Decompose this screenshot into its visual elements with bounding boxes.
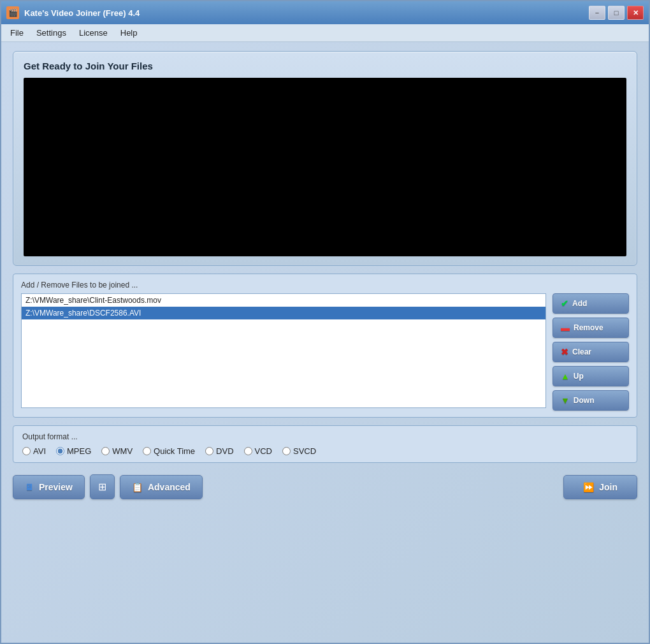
join-button[interactable]: ⏩ Join (563, 475, 637, 499)
menu-file[interactable]: File (4, 26, 30, 40)
preview-small-button[interactable]: ⊞ (90, 474, 115, 499)
maximize-button[interactable]: □ (608, 6, 625, 20)
page-title: Get Ready to Join Your Files (24, 61, 626, 71)
preview-button[interactable]: 🖥 Preview (13, 475, 85, 499)
clear-icon: ✖ (561, 347, 568, 357)
file-buttons: ✔ Add ▬ Remove ✖ Clear ▲ Up (552, 293, 629, 411)
add-button[interactable]: ✔ Add (552, 293, 629, 314)
minimize-button[interactable]: − (589, 6, 605, 20)
clear-button[interactable]: ✖ Clear (552, 342, 629, 362)
main-window: 🎬 Kate's Video Joiner (Free) 4.4 − □ ✕ F… (0, 0, 650, 644)
radio-wmv[interactable]: WMV (101, 446, 133, 456)
output-section: Output format ... AVI MPEG WMV Quick Tim… (13, 425, 637, 463)
file-list[interactable]: Z:\VMWare_share\Clint-Eastwoods.mov Z:\V… (21, 293, 546, 408)
remove-icon: ▬ (561, 323, 570, 333)
grid-icon: ⊞ (98, 481, 106, 493)
advanced-button[interactable]: 📋 Advanced (120, 475, 203, 499)
list-item[interactable]: Z:\VMWare_share\Clint-Eastwoods.mov (22, 294, 545, 307)
radio-group: AVI MPEG WMV Quick Time DVD (22, 446, 628, 456)
preview-icon: 🖥 (25, 482, 34, 492)
files-container: Z:\VMWare_share\Clint-Eastwoods.mov Z:\V… (21, 293, 629, 411)
join-icon: ⏩ (583, 482, 594, 492)
output-label: Output format ... (22, 432, 628, 441)
video-preview (24, 78, 626, 256)
down-icon: ▼ (561, 395, 570, 406)
main-content: Get Ready to Join Your Files Add / Remov… (1, 42, 649, 643)
radio-quicktime[interactable]: Quick Time (143, 446, 195, 456)
radio-svcd[interactable]: SVCD (282, 446, 316, 456)
radio-dvd[interactable]: DVD (205, 446, 233, 456)
radio-mpeg[interactable]: MPEG (56, 446, 91, 456)
radio-vcd[interactable]: VCD (244, 446, 272, 456)
bottom-buttons: 🖥 Preview ⊞ 📋 Advanced ⏩ Join (13, 471, 637, 502)
list-item[interactable]: Z:\VMWare_share\DSCF2586.AVI (22, 307, 545, 319)
menu-license[interactable]: License (73, 26, 114, 40)
files-label: Add / Remove Files to be joined ... (21, 281, 629, 289)
app-icon: 🎬 (6, 6, 19, 19)
window-controls: − □ ✕ (589, 6, 644, 20)
window-title: Kate's Video Joiner (Free) 4.4 (24, 8, 589, 18)
up-button[interactable]: ▲ Up (552, 366, 629, 386)
advanced-icon: 📋 (132, 482, 143, 492)
down-button[interactable]: ▼ Down (552, 390, 629, 411)
close-button[interactable]: ✕ (627, 6, 644, 20)
radio-avi[interactable]: AVI (22, 446, 46, 456)
add-icon: ✔ (561, 298, 568, 309)
remove-button[interactable]: ▬ Remove (552, 318, 629, 338)
main-card: Get Ready to Join Your Files (13, 51, 637, 266)
menu-settings[interactable]: Settings (30, 26, 73, 40)
up-icon: ▲ (561, 371, 570, 381)
title-bar: 🎬 Kate's Video Joiner (Free) 4.4 − □ ✕ (1, 1, 649, 24)
files-section: Add / Remove Files to be joined ... Z:\V… (13, 274, 637, 418)
menu-bar: File Settings License Help (1, 24, 649, 42)
menu-help[interactable]: Help (114, 26, 144, 40)
